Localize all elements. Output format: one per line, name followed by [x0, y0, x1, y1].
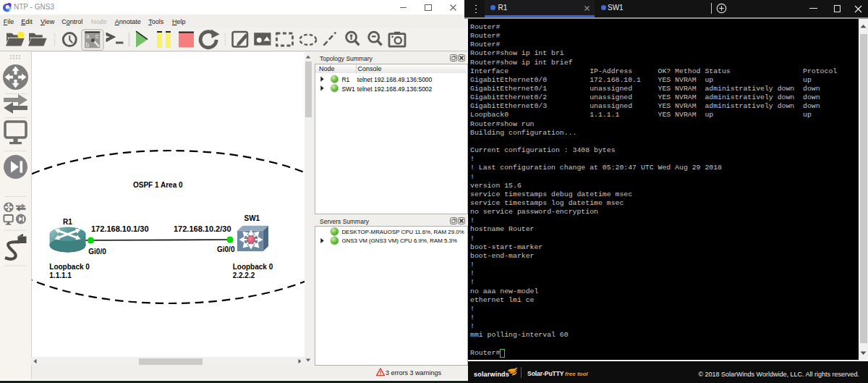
- svg-text:a: a: [86, 33, 90, 40]
- svg-text:b: b: [86, 41, 90, 49]
